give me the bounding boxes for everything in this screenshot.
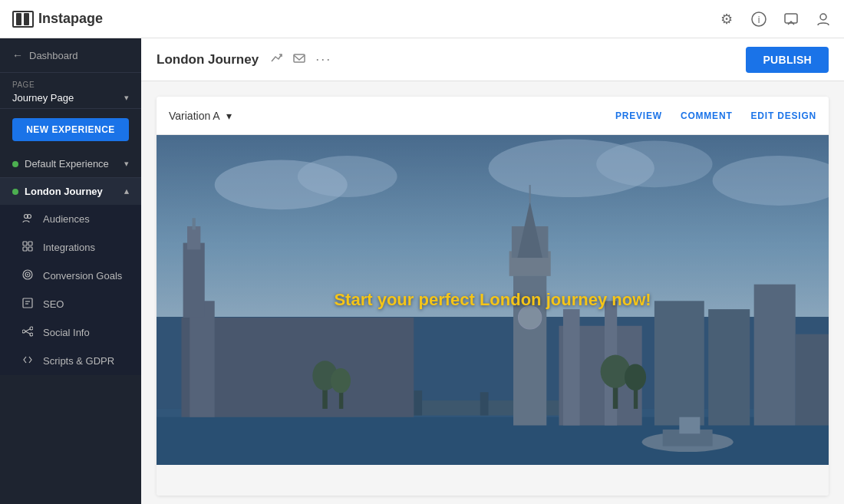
chevron-down-icon: ▾ bbox=[124, 93, 129, 103]
chevron-up-icon: ▴ bbox=[124, 186, 129, 196]
comment-button[interactable]: COMMENT bbox=[681, 110, 733, 121]
svg-point-18 bbox=[30, 327, 33, 330]
main-layout: ← Dashboard Page Journey Page ▾ NEW EXPE… bbox=[0, 38, 844, 504]
page-header: London Journey ··· bbox=[141, 38, 844, 81]
sidebar-page-name-row: Journey Page ▾ bbox=[12, 92, 129, 104]
sidebar-back-label: Dashboard bbox=[29, 50, 78, 61]
hero-text-plain-end: journey now! bbox=[542, 290, 651, 309]
preview-button[interactable]: PREVIEW bbox=[615, 110, 662, 121]
sidebar-item-integrations[interactable]: Integrations bbox=[0, 233, 141, 262]
top-bar-icons: ⚙ i bbox=[718, 11, 832, 28]
svg-point-14 bbox=[27, 274, 28, 275]
svg-rect-23 bbox=[294, 54, 305, 62]
logo[interactable]: Instapage bbox=[12, 11, 103, 28]
logo-text: Instapage bbox=[38, 11, 103, 27]
preview-container: Variation A ▾ PREVIEW COMMENT EDIT DESIG… bbox=[157, 97, 829, 496]
gear-icon[interactable]: ⚙ bbox=[718, 11, 735, 28]
svg-rect-8 bbox=[23, 242, 27, 245]
scripts-gdpr-label: Scripts & GDPR bbox=[43, 355, 114, 367]
svg-text:i: i bbox=[758, 15, 760, 25]
conversion-goals-icon bbox=[21, 269, 34, 282]
sidebar-item-social-info[interactable]: Social Info bbox=[0, 318, 141, 347]
experience-active-dot bbox=[12, 161, 18, 167]
page-header-left: London Journey ··· bbox=[157, 51, 331, 68]
seo-icon bbox=[21, 298, 34, 311]
svg-line-22 bbox=[25, 331, 30, 334]
hero-text: Start your perfect London journey now! bbox=[334, 290, 651, 310]
logo-icon bbox=[12, 11, 34, 28]
sidebar-item-seo[interactable]: SEO bbox=[0, 290, 141, 318]
edit-design-button[interactable]: EDIT DESIGN bbox=[751, 110, 816, 121]
new-experience-button[interactable]: NEW EXPERIENCE bbox=[12, 118, 129, 141]
sidebar: ← Dashboard Page Journey Page ▾ NEW EXPE… bbox=[0, 38, 141, 504]
svg-rect-10 bbox=[23, 247, 27, 251]
social-info-icon bbox=[21, 326, 34, 339]
sidebar-item-default-experience[interactable]: Default Experience ▾ bbox=[0, 150, 141, 178]
svg-rect-1 bbox=[24, 13, 29, 25]
page-title: London Journey bbox=[157, 52, 259, 68]
chat-icon[interactable] bbox=[783, 11, 799, 28]
integrations-icon bbox=[21, 241, 34, 254]
audiences-label: Audiences bbox=[43, 213, 90, 225]
chevron-down-icon: ▾ bbox=[124, 159, 129, 169]
more-options-icon[interactable]: ··· bbox=[315, 51, 331, 68]
sidebar-submenu: Audiences Integrations bbox=[0, 205, 141, 375]
hero-text-plain-start: Start your perfect bbox=[334, 290, 480, 309]
sidebar-item-london-journey[interactable]: London Journey ▴ bbox=[0, 178, 141, 205]
svg-point-20 bbox=[30, 333, 33, 336]
sidebar-item-audiences[interactable]: Audiences bbox=[0, 205, 141, 233]
svg-point-5 bbox=[820, 14, 826, 20]
info-icon[interactable]: i bbox=[750, 11, 767, 28]
social-info-label: Social Info bbox=[43, 327, 90, 338]
sidebar-back-button[interactable]: ← Dashboard bbox=[0, 38, 141, 73]
seo-label: SEO bbox=[43, 298, 64, 310]
content-area: London Journey ··· bbox=[141, 38, 844, 504]
audiences-icon bbox=[21, 212, 34, 226]
scripts-gdpr-icon bbox=[21, 354, 34, 367]
publish-button[interactable]: PUBLISH bbox=[746, 47, 829, 73]
integrations-label: Integrations bbox=[43, 242, 95, 253]
london-journey-label: London Journey bbox=[25, 186, 103, 197]
sidebar-new-experience-section: NEW EXPERIENCE bbox=[12, 118, 129, 141]
experience-active-dot-2 bbox=[12, 189, 18, 195]
variation-bar: Variation A ▾ PREVIEW COMMENT EDIT DESIG… bbox=[157, 97, 829, 135]
sidebar-item-conversion-goals[interactable]: Conversion Goals bbox=[0, 262, 141, 290]
svg-point-19 bbox=[22, 330, 25, 333]
svg-rect-0 bbox=[16, 13, 21, 25]
svg-rect-9 bbox=[28, 242, 32, 245]
default-experience-label: Default Experience bbox=[25, 158, 109, 170]
variation-selector[interactable]: Variation A ▾ bbox=[169, 110, 232, 122]
top-bar: Instapage ⚙ i bbox=[0, 0, 844, 38]
svg-line-21 bbox=[25, 329, 30, 331]
email-icon[interactable] bbox=[292, 51, 306, 68]
variation-actions: PREVIEW COMMENT EDIT DESIGN bbox=[615, 110, 816, 121]
page-header-icons: ··· bbox=[269, 51, 331, 68]
conversion-goals-label: Conversion Goals bbox=[43, 270, 122, 282]
sidebar-page-label: Page bbox=[12, 81, 129, 89]
analytics-icon[interactable] bbox=[269, 51, 283, 68]
back-arrow-icon: ← bbox=[12, 49, 23, 61]
hero-text-highlight: London bbox=[480, 290, 542, 309]
variation-chevron-icon: ▾ bbox=[226, 110, 232, 122]
sidebar-page-section: Page Journey Page ▾ bbox=[0, 73, 141, 109]
sidebar-item-scripts-gdpr[interactable]: Scripts & GDPR bbox=[0, 347, 141, 375]
user-icon[interactable] bbox=[815, 11, 832, 28]
preview-bottom-strip bbox=[157, 465, 829, 496]
svg-rect-11 bbox=[28, 247, 32, 251]
london-hero-image: Start your perfect London journey now! bbox=[157, 135, 829, 465]
sidebar-page-name-text: Journey Page bbox=[12, 92, 74, 104]
variation-label: Variation A bbox=[169, 110, 220, 122]
svg-rect-15 bbox=[23, 298, 32, 308]
preview-area: Variation A ▾ PREVIEW COMMENT EDIT DESIG… bbox=[141, 81, 844, 504]
